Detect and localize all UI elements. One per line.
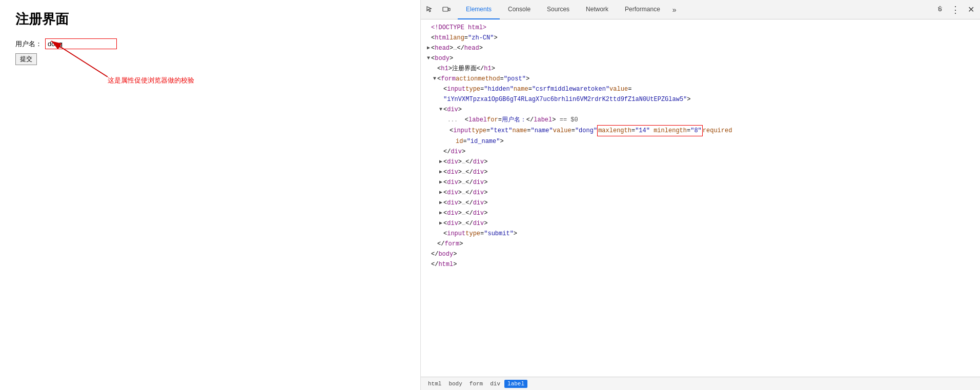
- form-row: 用户名：: [15, 38, 405, 49]
- svg-rect-2: [443, 7, 448, 11]
- left-panel: 注册界面 用户名： 提交 这是属性促使浏览器做的校验: [0, 0, 420, 390]
- tree-html[interactable]: ▶<html lang="zh-CN">: [421, 33, 980, 43]
- tree-div5[interactable]: ▶<div>…</div>: [421, 188, 980, 198]
- tree-csrf-1[interactable]: <input type="hidden" name="csrfmiddlewar…: [421, 84, 980, 94]
- username-label: 用户名：: [15, 39, 42, 49]
- tree-input-id[interactable]: id="id_name">: [421, 136, 980, 147]
- svg-rect-3: [448, 8, 450, 11]
- more-options-icon[interactable]: ⋮: [948, 3, 963, 17]
- tree-html-close[interactable]: </html>: [421, 259, 980, 270]
- device-toolbar-icon[interactable]: [439, 3, 454, 17]
- tab-console[interactable]: Console: [500, 0, 539, 19]
- tree-div3[interactable]: ▶<div>…</div>: [421, 167, 980, 177]
- breadcrumb-html[interactable]: html: [425, 380, 444, 388]
- devtools-right-icons: ⋮ ✕: [933, 3, 978, 17]
- inspect-element-icon[interactable]: [423, 3, 437, 17]
- tree-input-line[interactable]: <input type="text" name="name" value="do…: [421, 125, 980, 136]
- tab-elements[interactable]: Elements: [458, 0, 500, 19]
- tree-head[interactable]: ▶<head>…</head>: [421, 43, 980, 53]
- settings-icon[interactable]: [933, 3, 947, 17]
- tree-doctype[interactable]: ▶<!DOCTYPE html>: [421, 23, 980, 33]
- devtools-left-icons: [423, 3, 454, 17]
- devtools-content: ▶<!DOCTYPE html> ▶<html lang="zh-CN"> ▶<…: [421, 19, 980, 390]
- html-tree: ▶<!DOCTYPE html> ▶<html lang="zh-CN"> ▶<…: [421, 19, 980, 377]
- breadcrumb-div[interactable]: div: [487, 380, 503, 388]
- tree-div-close[interactable]: </div>: [421, 147, 980, 157]
- submit-button[interactable]: 提交: [15, 53, 37, 65]
- tree-body-open[interactable]: ▼<body>: [421, 53, 980, 64]
- tab-performance[interactable]: Performance: [617, 0, 668, 19]
- tree-csrf-2[interactable]: "iYnVXMTpzxa1OpGB6gT4RLagX7uc6brhlin6VM2…: [421, 94, 980, 105]
- devtools-tabs: Elements Console Sources Network Perform…: [458, 0, 933, 19]
- tree-div8[interactable]: ▶<div>…</div>: [421, 218, 980, 229]
- breadcrumb-form[interactable]: form: [466, 380, 486, 388]
- tree-div-open[interactable]: ▼<div>: [421, 105, 980, 115]
- tree-submit[interactable]: <input type="submit">: [421, 229, 980, 239]
- page-title: 注册界面: [15, 10, 405, 28]
- devtools-breadcrumb: html body form div label: [421, 377, 980, 390]
- devtools-toolbar: Elements Console Sources Network Perform…: [421, 0, 980, 19]
- tree-div7[interactable]: ▶<div>…</div>: [421, 208, 980, 218]
- tree-line-dots: ...: [445, 115, 458, 125]
- close-devtools-icon[interactable]: ✕: [964, 3, 978, 17]
- tree-div4[interactable]: ▶<div>…</div>: [421, 177, 980, 188]
- breadcrumb-body[interactable]: body: [445, 380, 465, 388]
- devtools-panel: Elements Console Sources Network Perform…: [420, 0, 980, 390]
- breadcrumb-label[interactable]: label: [504, 380, 527, 388]
- tree-h1[interactable]: <h1>注册界面</h1>: [421, 64, 980, 74]
- tree-form-close[interactable]: </form>: [421, 239, 980, 249]
- tree-label-line[interactable]: ... <label for=用户名：</label> == $0: [421, 115, 980, 125]
- more-tabs-button[interactable]: »: [668, 0, 681, 19]
- username-input[interactable]: [45, 38, 117, 49]
- annotation-text: 这是属性促使浏览器做的校验: [108, 76, 194, 85]
- submit-row: 提交: [15, 53, 405, 65]
- tree-form-open[interactable]: ▼<form action method="post">: [421, 74, 980, 84]
- tree-body-close[interactable]: </body>: [421, 249, 980, 259]
- tree-div6[interactable]: ▶<div>…</div>: [421, 198, 980, 208]
- tab-sources[interactable]: Sources: [539, 0, 578, 19]
- tree-div2[interactable]: ▶<div>…</div>: [421, 157, 980, 167]
- tab-network[interactable]: Network: [578, 0, 617, 19]
